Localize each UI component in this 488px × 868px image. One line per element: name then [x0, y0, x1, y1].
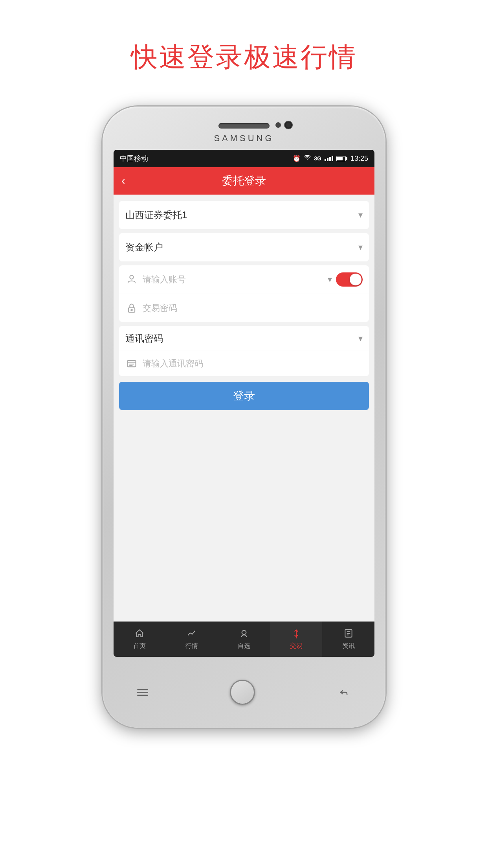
home-nav-label: 首页 [133, 642, 146, 650]
svg-point-2 [131, 309, 132, 311]
remember-toggle[interactable] [336, 272, 363, 287]
watchlist-nav-label: 自选 [238, 642, 250, 650]
signal-icon [325, 156, 333, 161]
page-title: 快速登录极速行情 [131, 39, 357, 75]
password-input-placeholder[interactable]: 交易密码 [143, 302, 363, 314]
nav-item-news[interactable]: 资讯 [322, 622, 374, 657]
news-nav-icon [343, 628, 354, 640]
nav-item-trade[interactable]: 交易 [270, 622, 322, 657]
market-nav-icon [187, 628, 197, 640]
lock-icon [125, 302, 138, 314]
comm-input-row: 请输入通讯密码 [119, 351, 369, 376]
phone-dot [275, 122, 281, 128]
app-header: ‹ 委托登录 [114, 167, 374, 195]
nav-item-market[interactable]: 行情 [166, 622, 218, 657]
svg-point-7 [242, 630, 246, 634]
back-hardware-button[interactable] [337, 685, 351, 699]
account-label: 资金帐户 [125, 241, 163, 254]
news-nav-label: 资讯 [342, 642, 355, 650]
trade-nav-label: 交易 [290, 642, 303, 650]
toggle-knob [350, 274, 361, 285]
broker-selector[interactable]: 山西证券委托1 ▾ [119, 201, 369, 229]
comm-icon [125, 357, 138, 370]
carrier-label: 中国移动 [120, 154, 148, 163]
trade-nav-icon [291, 628, 301, 640]
status-bar: 中国移动 ⏰ 3G [114, 150, 374, 167]
nav-item-home[interactable]: 首页 [114, 622, 166, 657]
comm-code-card: 通讯密码 ▾ 请输入通讯密码 [119, 326, 369, 376]
login-button[interactable]: 登录 [119, 382, 369, 410]
phone-camera [285, 121, 292, 129]
status-icons: ⏰ 3G [293, 154, 368, 163]
account-row-right: ▾ [328, 272, 363, 287]
home-nav-icon [134, 628, 145, 640]
account-chevron: ▾ [358, 242, 363, 252]
wifi-icon [304, 155, 311, 162]
broker-chevron: ▾ [358, 210, 363, 220]
home-hardware-button[interactable] [230, 680, 255, 705]
password-input-row: 交易密码 [119, 294, 369, 322]
watchlist-nav-icon [239, 628, 249, 640]
network-icon: 3G [314, 155, 321, 162]
comm-header[interactable]: 通讯密码 ▾ [119, 326, 369, 351]
comm-input-placeholder[interactable]: 请输入通讯密码 [143, 358, 363, 370]
bottom-nav: 首页 行情 自选 [114, 622, 374, 657]
svg-rect-3 [128, 360, 136, 367]
svg-point-0 [130, 276, 133, 279]
phone-speaker [218, 123, 270, 129]
user-icon [125, 273, 138, 286]
account-input-row: 请输入账号 ▾ [119, 265, 369, 294]
account-input-placeholder[interactable]: 请输入账号 [143, 274, 323, 285]
phone-mockup: SAMSUNG 中国移动 ⏰ 3G [103, 107, 385, 728]
header-title: 委托登录 [222, 173, 266, 188]
battery-icon [336, 156, 347, 161]
account-input-chevron[interactable]: ▾ [328, 274, 332, 285]
phone-hardware-buttons [114, 680, 374, 704]
account-selector[interactable]: 资金帐户 ▾ [119, 233, 369, 261]
samsung-brand: SAMSUNG [214, 133, 274, 143]
phone-camera-area [275, 121, 292, 129]
clock-icon: ⏰ [293, 155, 301, 162]
nav-item-watchlist[interactable]: 自选 [218, 622, 270, 657]
market-nav-label: 行情 [185, 642, 198, 650]
comm-chevron: ▾ [358, 333, 363, 344]
app-content: 山西证券委托1 ▾ 资金帐户 ▾ 请输入账号 [114, 195, 374, 622]
time-label: 13:25 [350, 154, 368, 163]
login-btn-label: 登录 [233, 388, 255, 403]
comm-section-label: 通讯密码 [125, 332, 163, 345]
broker-label: 山西证券委托1 [125, 209, 187, 221]
credentials-card: 请输入账号 ▾ [119, 265, 369, 322]
phone-screen: 中国移动 ⏰ 3G [114, 150, 374, 657]
menu-button [137, 689, 148, 696]
back-button[interactable]: ‹ [121, 175, 125, 187]
